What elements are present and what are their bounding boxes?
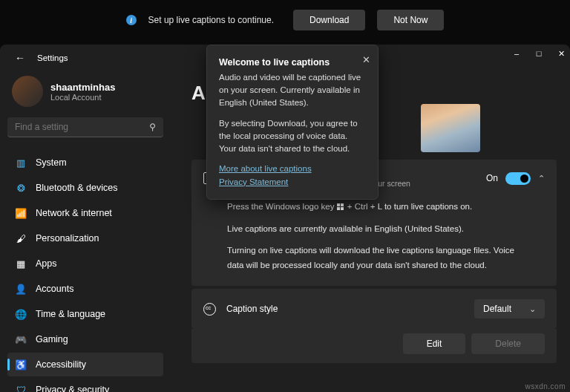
sidebar-item-label: Personalization	[36, 233, 99, 244]
setup-banner: i Set up live captions to continue. Down…	[0, 0, 570, 40]
sidebar: shaantminhas Local Account ⚲ ▥System ❂Bl…	[0, 71, 171, 392]
sidebar-item-time[interactable]: 🌐Time & language	[7, 302, 163, 326]
back-button[interactable]: ←	[9, 49, 31, 67]
search-icon: ⚲	[149, 122, 156, 132]
style-dropdown[interactable]: Default ⌄	[474, 299, 545, 318]
more-link[interactable]: More about live captions	[219, 163, 366, 175]
sidebar-item-label: Network & internet	[36, 208, 112, 218]
window-title: Settings	[37, 53, 68, 62]
accessibility-icon: ♿	[15, 359, 27, 370]
clock-icon: 🌐	[15, 308, 27, 320]
caption-preview-image	[421, 104, 480, 152]
search-input[interactable]	[15, 122, 149, 132]
tip-text: Press the Windows logo key	[227, 202, 334, 211]
download-button[interactable]: Download	[293, 10, 365, 30]
wifi-icon: 📶	[15, 207, 27, 219]
minimize-button[interactable]: –	[512, 49, 521, 58]
sidebar-item-privacy[interactable]: 🛡Privacy & security	[7, 378, 163, 392]
settings-window: ← Settings – □ ✕ shaantminhas Local Acco…	[0, 45, 570, 392]
dropdown-value: Default	[483, 304, 511, 314]
delete-button: Delete	[471, 333, 545, 354]
chevron-down-icon: ⌄	[529, 304, 536, 314]
search-box[interactable]: ⚲	[7, 117, 163, 137]
sidebar-item-network[interactable]: 📶Network & internet	[7, 201, 163, 225]
account-icon: 👤	[15, 283, 27, 295]
not-now-button[interactable]: Not Now	[377, 10, 444, 30]
sidebar-item-label: Bluetooth & devices	[36, 183, 118, 193]
style-title: Caption style	[226, 304, 278, 314]
sidebar-item-label: Time & language	[36, 309, 105, 319]
toggle-state: On	[486, 173, 498, 183]
info-icon: i	[126, 15, 137, 25]
edit-button[interactable]: Edit	[403, 333, 466, 354]
close-button[interactable]: ✕	[557, 49, 566, 58]
sidebar-item-accounts[interactable]: 👤Accounts	[7, 277, 163, 301]
note-text: Turning on live captions will download t…	[227, 244, 521, 272]
sidebar-item-label: Apps	[36, 258, 57, 269]
maximize-button[interactable]: □	[534, 49, 543, 58]
sidebar-item-bluetooth[interactable]: ❂Bluetooth & devices	[7, 176, 163, 200]
chevron-up-icon[interactable]: ⌃	[538, 174, 545, 183]
privacy-link[interactable]: Privacy Statement	[219, 176, 366, 189]
system-icon: ▥	[15, 157, 27, 169]
popup-close-button[interactable]: ✕	[362, 53, 370, 68]
bluetooth-icon: ❂	[15, 182, 27, 194]
card-body: Press the Windows logo key + Ctrl + L to…	[191, 197, 557, 286]
windows-key-icon	[337, 203, 345, 211]
banner-text: Set up live captions to continue.	[148, 15, 274, 25]
sidebar-item-label: Accessibility	[36, 359, 86, 370]
style-actions: Edit Delete	[191, 329, 557, 363]
sidebar-item-label: Gaming	[36, 334, 68, 344]
tip-text2: + Ctrl + L to turn live captions on.	[345, 202, 473, 211]
sidebar-item-apps[interactable]: ▦Apps	[7, 252, 163, 275]
caption-style-row[interactable]: Caption style Default ⌄	[191, 289, 557, 329]
live-captions-toggle[interactable]	[505, 172, 531, 185]
profile-name: shaantminhas	[50, 82, 115, 93]
watermark: wsxdn.com	[525, 382, 566, 391]
page-heading: A	[191, 82, 206, 105]
sidebar-item-label: Privacy & security	[36, 385, 109, 392]
sidebar-item-gaming[interactable]: 🎮Gaming	[7, 327, 163, 351]
popup-title: Welcome to live captions	[219, 56, 366, 70]
gaming-icon: 🎮	[15, 333, 27, 345]
sidebar-item-system[interactable]: ▥System	[7, 151, 163, 174]
style-icon	[203, 303, 216, 316]
profile[interactable]: shaantminhas Local Account	[7, 71, 163, 117]
welcome-popup: ✕ Welcome to live captions Audio and vid…	[206, 45, 379, 200]
shield-icon: 🛡	[15, 384, 27, 392]
sidebar-item-accessibility[interactable]: ♿Accessibility	[7, 353, 163, 376]
popup-text-2: By selecting Download, you agree to the …	[219, 117, 366, 156]
popup-text-1: Audio and video will be captioned live o…	[219, 71, 366, 110]
profile-sub: Local Account	[50, 93, 115, 102]
avatar	[12, 76, 43, 107]
availability-text: Live captions are currently available in…	[227, 222, 521, 237]
sidebar-item-personalization[interactable]: 🖌Personalization	[7, 226, 163, 250]
sidebar-item-label: Accounts	[36, 284, 73, 294]
apps-icon: ▦	[15, 258, 27, 270]
sidebar-item-label: System	[36, 157, 67, 168]
brush-icon: 🖌	[15, 232, 27, 244]
